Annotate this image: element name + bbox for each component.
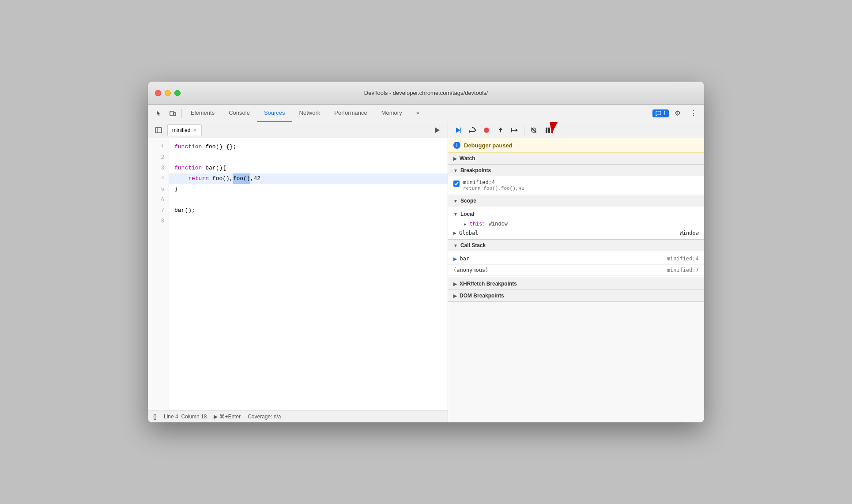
watch-section: ▶ Watch bbox=[448, 153, 704, 165]
device-icon bbox=[169, 110, 176, 117]
svg-rect-0 bbox=[170, 111, 173, 116]
close-source-tab[interactable]: × bbox=[193, 127, 196, 134]
window-title: DevTools - developer.chrome.com/tags/dev… bbox=[364, 90, 488, 96]
toolbar-separator bbox=[181, 109, 182, 118]
debug-deactivate-button[interactable] bbox=[527, 124, 540, 136]
global-label: Global bbox=[459, 230, 478, 236]
dom-breakpoints-label: DOM Breakpoints bbox=[460, 293, 504, 299]
sidebar-icon bbox=[155, 127, 162, 133]
breakpoint-item[interactable]: minified:4 return foo(),foo(),42 bbox=[448, 178, 704, 193]
scope-content: ▼ Local ▶ this: Window bbox=[448, 207, 704, 239]
code-editor[interactable]: 1 2 3 4 5 6 7 8 function foo bbox=[148, 138, 448, 410]
global-row[interactable]: ▶ Global Window bbox=[448, 229, 704, 237]
select-element-button[interactable] bbox=[151, 106, 166, 120]
chat-icon bbox=[655, 110, 661, 117]
local-collapse-icon: ▼ bbox=[453, 212, 458, 217]
close-button[interactable] bbox=[155, 90, 161, 96]
code-line-2 bbox=[169, 152, 448, 163]
step-over-icon bbox=[468, 126, 476, 134]
svg-rect-6 bbox=[460, 128, 461, 133]
resume-icon bbox=[455, 127, 462, 134]
tab-sources[interactable]: Sources bbox=[257, 105, 292, 122]
code-selected-foo: foo() bbox=[233, 173, 250, 184]
watch-header[interactable]: ▶ Watch bbox=[448, 153, 704, 164]
debug-step-out-button[interactable] bbox=[494, 124, 507, 136]
breakpoint-checkbox[interactable] bbox=[453, 181, 460, 187]
code-line-1: function foo() {}; bbox=[169, 142, 448, 152]
main-tabs: Elements Console Sources Network Perform… bbox=[184, 105, 652, 122]
svg-rect-19 bbox=[548, 128, 550, 133]
tab-console[interactable]: Console bbox=[222, 105, 257, 122]
debug-step-button[interactable] bbox=[508, 124, 521, 136]
cs-name-anon: (anonymous) bbox=[453, 267, 488, 273]
this-label: this: bbox=[470, 221, 489, 227]
cs-active-arrow: ▶ bbox=[453, 255, 457, 262]
svg-rect-18 bbox=[546, 128, 547, 133]
call-stack-item-bar[interactable]: ▶ bar minified:4 bbox=[448, 253, 704, 265]
tab-memory[interactable]: Memory bbox=[374, 105, 409, 122]
sources-run-button[interactable] bbox=[430, 123, 444, 137]
top-toolbar: Elements Console Sources Network Perform… bbox=[148, 105, 704, 122]
code-line-5: } bbox=[169, 184, 448, 195]
settings-button[interactable]: ⚙ bbox=[671, 106, 685, 120]
this-expand-icon: ▶ bbox=[464, 222, 466, 227]
breakpoint-location: minified:4 bbox=[463, 180, 524, 186]
tab-elements[interactable]: Elements bbox=[184, 105, 222, 122]
call-stack-section: ▼ Call Stack ▶ bar minified:4 bbox=[448, 240, 704, 278]
dom-breakpoints-header[interactable]: ▶ DOM Breakpoints bbox=[448, 290, 704, 301]
cs-bar-name: bar bbox=[460, 256, 469, 262]
debug-resume-button[interactable] bbox=[452, 124, 465, 136]
debug-breakpoint-button[interactable] bbox=[480, 124, 493, 136]
code-line-3: function bar(){ bbox=[169, 163, 448, 173]
call-stack-header[interactable]: ▼ Call Stack bbox=[448, 240, 704, 251]
tab-performance[interactable]: Performance bbox=[327, 105, 374, 122]
breakpoints-section: ▼ Breakpoints minified:4 return foo(),fo… bbox=[448, 165, 704, 195]
breakpoints-header[interactable]: ▼ Breakpoints bbox=[448, 165, 704, 176]
line-num-3: 3 bbox=[148, 163, 169, 173]
global-expand-icon: ▶ bbox=[453, 231, 456, 235]
call-stack-collapse-icon: ▼ bbox=[453, 243, 458, 248]
more-options-button[interactable]: ⋮ bbox=[686, 106, 701, 120]
code-text-7: bar(); bbox=[174, 205, 195, 216]
line-numbers: 1 2 3 4 5 6 7 8 bbox=[148, 138, 169, 410]
breakpoints-label: Breakpoints bbox=[460, 167, 491, 173]
sources-sidebar-toggle[interactable] bbox=[151, 123, 166, 137]
step-out-icon bbox=[497, 127, 504, 134]
breakpoints-collapse-icon: ▼ bbox=[453, 168, 458, 173]
code-line-7: bar(); bbox=[169, 205, 448, 216]
line-num-1: 1 bbox=[148, 142, 169, 152]
maximize-button[interactable] bbox=[174, 90, 181, 96]
scope-header[interactable]: ▼ Scope bbox=[448, 195, 704, 207]
keyword-return: return bbox=[188, 173, 209, 184]
notification-badge[interactable]: 1 bbox=[652, 109, 669, 117]
scope-collapse-icon: ▼ bbox=[453, 199, 458, 203]
tab-more[interactable]: » bbox=[409, 105, 426, 122]
code-return-part2: ,42 bbox=[250, 173, 260, 184]
debug-separator bbox=[524, 126, 524, 135]
minimize-button[interactable] bbox=[165, 90, 171, 96]
debug-step-over-button[interactable] bbox=[466, 124, 479, 136]
code-text-5: } bbox=[174, 184, 178, 195]
line-num-7: 7 bbox=[148, 205, 169, 216]
format-button[interactable]: {} bbox=[153, 414, 157, 420]
debugger-panel: i Debugger paused ▶ Watch ▼ Breakpoints bbox=[448, 122, 704, 422]
tab-network[interactable]: Network bbox=[292, 105, 328, 122]
run-shortcut[interactable]: ▶ ⌘+Enter bbox=[214, 414, 241, 420]
breakpoint-code: return foo(),foo(),42 bbox=[463, 186, 524, 191]
debugger-toolbar-wrapper bbox=[448, 122, 704, 138]
source-file-tab[interactable]: minified × bbox=[167, 124, 202, 135]
debug-pause-exceptions-button[interactable] bbox=[541, 124, 554, 136]
coverage-info: Coverage: n/a bbox=[248, 414, 281, 420]
traffic-lights bbox=[155, 90, 181, 96]
call-stack-item-anon[interactable]: (anonymous) minified:7 bbox=[448, 265, 704, 276]
svg-rect-1 bbox=[174, 113, 176, 116]
scope-this-item[interactable]: ▶ this: Window bbox=[459, 220, 704, 229]
local-header[interactable]: ▼ Local bbox=[448, 208, 704, 220]
global-value: Window bbox=[680, 230, 699, 236]
notification-count: 1 bbox=[663, 110, 666, 117]
local-label: Local bbox=[460, 211, 474, 217]
line-num-2: 2 bbox=[148, 152, 169, 163]
xhr-breakpoints-header[interactable]: ▶ XHR/fetch Breakpoints bbox=[448, 278, 704, 290]
keyword-function-2: function bbox=[174, 163, 202, 173]
device-toggle-button[interactable] bbox=[166, 106, 180, 120]
